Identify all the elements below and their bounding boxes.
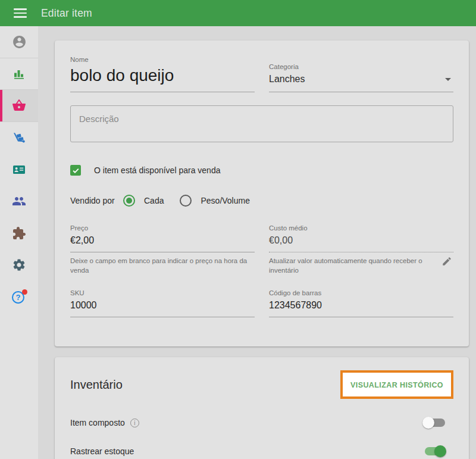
help-icon: ? bbox=[12, 290, 26, 304]
chevron-down-icon bbox=[445, 78, 451, 81]
name-label: Nome bbox=[70, 56, 255, 63]
radio-weight-label: Peso/Volume bbox=[201, 196, 250, 205]
sidebar-item-help[interactable]: ? bbox=[0, 281, 38, 313]
name-field[interactable]: Nome bolo do queijo bbox=[70, 56, 255, 92]
sidebar-item-integrations[interactable] bbox=[0, 217, 38, 249]
composite-item-label: Item composto bbox=[70, 418, 125, 427]
category-select[interactable]: Lanches bbox=[269, 70, 453, 92]
main-content: Nome bolo do queijo Categoria Lanches De… bbox=[38, 26, 476, 459]
composite-item-toggle[interactable] bbox=[424, 417, 445, 429]
price-field[interactable]: Preço €2,00 Deixe o campo em branco para… bbox=[70, 224, 255, 275]
item-form-card: Nome bolo do queijo Categoria Lanches De… bbox=[55, 40, 469, 346]
radio-weight[interactable] bbox=[180, 195, 192, 207]
sku-input[interactable]: 10000 bbox=[70, 296, 255, 317]
menu-icon[interactable] bbox=[14, 8, 27, 18]
description-input[interactable]: Descrição bbox=[70, 105, 453, 142]
price-hint: Deixe o campo em branco para indicar o p… bbox=[70, 257, 255, 275]
shopping-basket-icon bbox=[12, 98, 26, 113]
edit-pencil-icon[interactable] bbox=[441, 256, 452, 269]
highlight-annotation: VISUALIZAR HISTÓRICO bbox=[340, 370, 453, 399]
sold-by-label: Vendido por bbox=[70, 196, 123, 205]
sidebar-item-employees[interactable] bbox=[0, 154, 38, 186]
category-field[interactable]: Categoria Lanches bbox=[269, 63, 453, 92]
sidebar: ? bbox=[0, 26, 38, 459]
check-icon bbox=[72, 167, 80, 174]
cost-field[interactable]: Custo médio €0,00 Atualizar valor automa… bbox=[269, 224, 453, 275]
puzzle-icon bbox=[12, 226, 26, 241]
sidebar-item-settings[interactable] bbox=[0, 249, 38, 282]
price-input[interactable]: €2,00 bbox=[70, 232, 255, 252]
track-stock-label: Rastrear estoque bbox=[70, 446, 134, 456]
info-icon[interactable]: i bbox=[130, 419, 139, 427]
radio-each[interactable] bbox=[123, 195, 135, 207]
hand-truck-icon bbox=[12, 130, 26, 145]
app-bar: Editar item bbox=[0, 0, 476, 26]
gear-icon bbox=[12, 258, 26, 272]
active-indicator bbox=[0, 90, 2, 121]
account-circle-icon bbox=[12, 35, 27, 49]
barcode-input[interactable]: 1234567890 bbox=[269, 296, 453, 317]
people-icon bbox=[12, 194, 26, 208]
barcode-field[interactable]: Código de barras 1234567890 bbox=[269, 289, 453, 317]
inventory-title: Inventário bbox=[70, 378, 123, 392]
barcode-label: Código de barras bbox=[269, 289, 453, 296]
bar-chart-icon bbox=[12, 67, 26, 81]
cost-label: Custo médio bbox=[269, 224, 453, 232]
view-history-button[interactable]: VISUALIZAR HISTÓRICO bbox=[350, 381, 443, 389]
cost-hint: Atualizar valor automaticamente quando r… bbox=[269, 257, 453, 275]
available-label: O item está disponível para venda bbox=[94, 166, 220, 175]
name-input[interactable]: bolo do queijo bbox=[70, 63, 255, 92]
sidebar-item-account[interactable] bbox=[0, 26, 38, 58]
radio-each-label: Cada bbox=[144, 196, 164, 205]
id-card-icon bbox=[12, 163, 26, 177]
sidebar-item-reports[interactable] bbox=[0, 58, 38, 90]
available-checkbox[interactable] bbox=[70, 165, 81, 176]
cost-input: €0,00 bbox=[269, 232, 453, 252]
price-label: Preço bbox=[70, 224, 255, 232]
sidebar-item-inventory[interactable] bbox=[0, 122, 38, 154]
sku-field[interactable]: SKU 10000 bbox=[70, 289, 255, 317]
track-stock-toggle[interactable] bbox=[424, 445, 445, 457]
notification-badge bbox=[22, 289, 27, 295]
sku-label: SKU bbox=[70, 289, 255, 296]
description-placeholder: Descrição bbox=[79, 114, 444, 124]
inventory-card: Inventário VISUALIZAR HISTÓRICO Item com… bbox=[55, 357, 469, 459]
sidebar-item-customers[interactable] bbox=[0, 186, 38, 218]
category-label: Categoria bbox=[269, 63, 453, 70]
page-title: Editar item bbox=[41, 7, 92, 20]
sidebar-item-items[interactable] bbox=[0, 90, 38, 122]
